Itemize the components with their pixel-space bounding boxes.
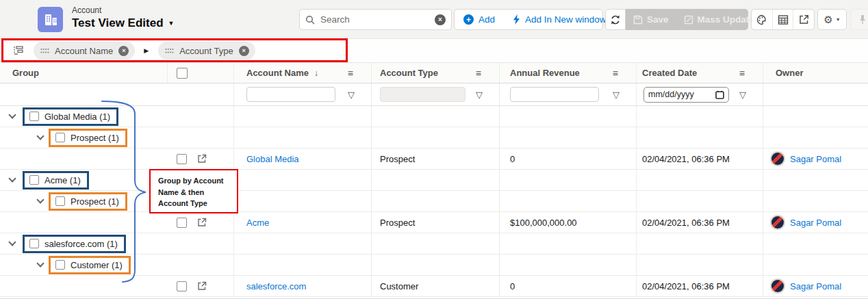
group-header-prospect[interactable]: Prospect (1) [49,129,127,147]
column-header-created-date[interactable]: Created Date ≡ [637,63,763,83]
group-checkbox[interactable] [55,196,65,206]
group-header-acme[interactable]: Acme (1) [23,171,89,190]
settings-button[interactable]: ⚙ ▼ [817,9,847,30]
filter-icon[interactable]: ▽ [613,90,620,100]
open-in-new-icon [799,14,809,25]
owner-link[interactable]: Sagar Pomal [790,281,841,291]
account-name-filter-input[interactable] [246,87,335,102]
column-label: Created Date [642,68,697,78]
empty-cell [372,127,500,148]
account-name-link[interactable]: Global Media [246,154,299,164]
column-label: Account Name [246,68,309,78]
chevron-down-icon[interactable] [36,132,44,140]
theme-button[interactable] [752,10,772,29]
pin-button [851,9,868,30]
owner-link[interactable]: Sagar Pomal [790,154,841,164]
owner-link[interactable]: Sagar Pomal [790,218,841,228]
group-header-prospect[interactable]: Prospect (1) [49,192,127,211]
settings-caret-icon: ▼ [836,17,841,22]
filter-icon[interactable]: ▽ [348,90,355,100]
row-checkbox[interactable] [177,154,187,164]
open-record-icon[interactable] [197,281,207,291]
group-row-level1: Acme (1) [0,170,868,191]
group-checkbox[interactable] [29,239,39,248]
column-header-account-type[interactable]: Account Type ≡ [372,63,500,83]
clear-search-icon[interactable]: × [435,14,446,25]
view-selector[interactable]: Test View Edited ▼ [72,16,174,30]
annual-revenue-cell: 0 [500,276,637,296]
remove-chip-icon[interactable]: × [239,46,249,56]
chevron-down-icon[interactable] [8,238,16,246]
empty-cell [168,255,234,275]
refresh-icon [610,14,621,25]
account-name-link[interactable]: salesforce.com [246,281,306,291]
owner-cell: Sagar Pomal [763,212,868,233]
row-checkbox[interactable] [177,218,187,228]
column-header-annual-revenue[interactable]: Annual Revenue ≡ [500,63,637,83]
column-menu-icon[interactable]: ≡ [739,68,745,79]
refresh-button[interactable] [605,9,626,30]
add-button[interactable]: + Add [455,10,504,29]
mass-update-icon [684,15,693,25]
group-header-global-media[interactable]: Global Media (1) [23,107,118,126]
column-menu-icon[interactable]: ≡ [348,68,353,79]
row-select-cell [168,212,234,233]
group-checkbox[interactable] [29,175,39,185]
open-record-icon[interactable] [197,218,207,227]
account-type-value: Customer [380,281,418,291]
group-header-customer[interactable]: Customer (1) [49,256,131,274]
add-in-new-window-button[interactable]: Add In New window [504,10,615,29]
group-cell [0,148,168,169]
chevron-down-icon[interactable] [36,259,44,267]
table-view-button[interactable] [772,10,793,29]
group-chip-account-type[interactable]: Account Type × [158,42,255,60]
account-name-link[interactable]: Acme [246,218,269,228]
column-header-account-name[interactable]: Account Name ↓ ≡ [234,63,372,83]
column-menu-icon[interactable]: ≡ [476,68,481,79]
empty-cell [500,170,637,190]
group-checkbox[interactable] [55,133,65,142]
filter-cell-owner [763,83,868,105]
created-date-filter-input[interactable]: mm/dd/yyyy [643,87,729,103]
mass-update-button: Mass Update [676,14,762,25]
select-all-checkbox[interactable] [177,68,188,79]
column-header-owner[interactable]: Owner [763,63,868,83]
column-menu-icon[interactable]: ≡ [613,68,618,79]
group-row-level1: Global Media (1) [0,106,868,127]
empty-cell [168,191,234,211]
account-type-value: Prospect [380,154,415,164]
chevron-down-icon[interactable] [36,196,44,203]
chevron-down-icon[interactable] [8,111,16,118]
filter-icon[interactable]: ▽ [476,90,483,100]
annual-revenue-filter-input[interactable] [510,87,599,102]
table-header-row: Group Account Name ↓ ≡ Account Type ≡ An… [0,63,868,83]
open-in-new-button[interactable] [793,10,814,29]
open-record-icon[interactable] [197,154,207,164]
group-header-salesforce[interactable]: salesforce.com (1) [23,235,126,253]
row-select-cell [168,276,234,296]
group-by-icon[interactable] [12,45,24,57]
group-chip-account-name[interactable]: Account Name × [34,42,135,60]
row-checkbox[interactable] [177,281,187,291]
empty-cell [763,233,868,254]
group-label: Prospect (1) [71,133,119,143]
filter-cell-created-date: mm/dd/yyyy ▽ [637,83,763,105]
empty-cell [637,233,763,254]
group-label: Acme (1) [44,175,81,185]
group-cell: salesforce.com (1) [0,233,168,254]
search-input[interactable] [320,14,435,25]
group-checkbox[interactable] [29,112,39,121]
created-date-cell: 02/04/2021, 06:36 PM [637,212,763,233]
view-tools-group [751,9,815,30]
add-button-label: Add [478,14,495,25]
group-checkbox[interactable] [55,260,65,270]
calendar-icon[interactable] [715,90,724,99]
annual-revenue-value: 0 [510,281,515,291]
chevron-down-icon[interactable] [8,174,16,182]
save-button: Save [626,14,676,25]
filter-icon[interactable]: ▽ [739,90,746,100]
empty-cell [763,127,868,148]
group-row-level1: salesforce.com (1) [0,233,868,255]
remove-chip-icon[interactable]: × [118,46,129,56]
group-label: Prospect (1) [71,196,119,207]
